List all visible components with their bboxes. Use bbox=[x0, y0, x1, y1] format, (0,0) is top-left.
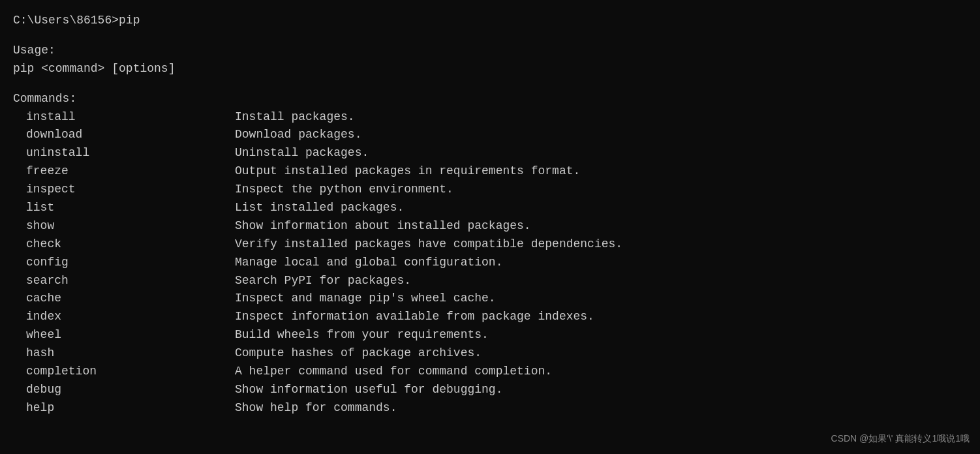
command-row: inspectInspect the python environment. bbox=[13, 181, 967, 199]
command-desc: Show help for commands. bbox=[235, 399, 397, 417]
command-name: debug bbox=[13, 381, 235, 399]
command-name: wheel bbox=[13, 326, 235, 344]
command-row: helpShow help for commands. bbox=[13, 399, 967, 417]
command-desc: A helper command used for command comple… bbox=[235, 363, 552, 381]
command-desc: Build wheels from your requirements. bbox=[235, 326, 489, 344]
command-desc: Search PyPI for packages. bbox=[235, 272, 411, 290]
command-desc: Install packages. bbox=[235, 108, 355, 127]
command-row: showShow information about installed pac… bbox=[13, 217, 967, 235]
command-name: index bbox=[13, 308, 235, 326]
command-row: indexInspect information available from … bbox=[13, 308, 967, 326]
command-name: uninstall bbox=[13, 144, 235, 162]
command-row: uninstallUninstall packages. bbox=[13, 144, 967, 162]
command-row: cacheInspect and manage pip's wheel cach… bbox=[13, 290, 967, 308]
command-row: searchSearch PyPI for packages. bbox=[13, 272, 967, 290]
usage-label: Usage: bbox=[13, 42, 967, 60]
command-name: completion bbox=[13, 363, 235, 381]
command-row: wheelBuild wheels from your requirements… bbox=[13, 326, 967, 344]
commands-section: Commands: installInstall packages.downlo… bbox=[13, 90, 967, 417]
command-row: debugShow information useful for debuggi… bbox=[13, 381, 967, 399]
command-name: config bbox=[13, 254, 235, 272]
watermark: CSDN @如果'\' 真能转义1哦说1哦 bbox=[831, 432, 970, 446]
command-name: inspect bbox=[13, 181, 235, 199]
command-desc: Inspect information available from packa… bbox=[235, 308, 594, 326]
command-row: hashCompute hashes of package archives. bbox=[13, 344, 967, 363]
command-row: downloadDownload packages. bbox=[13, 126, 967, 144]
command-name: help bbox=[13, 399, 235, 417]
command-name: list bbox=[13, 199, 235, 217]
command-desc: Manage local and global configuration. bbox=[235, 254, 502, 272]
command-name: show bbox=[13, 217, 235, 235]
terminal-window: C:\Users\86156>pip Usage: pip <command> … bbox=[13, 12, 967, 417]
command-desc: Inspect the python environment. bbox=[235, 181, 453, 199]
command-name: download bbox=[13, 126, 235, 144]
command-desc: Show information about installed package… bbox=[235, 217, 531, 235]
command-desc: Verify installed packages have compatibl… bbox=[235, 235, 622, 254]
command-desc: List installed packages. bbox=[235, 199, 404, 217]
command-name: freeze bbox=[13, 162, 235, 181]
commands-label: Commands: bbox=[13, 90, 967, 108]
command-name: check bbox=[13, 235, 235, 254]
command-desc: Show information useful for debugging. bbox=[235, 381, 502, 399]
command-name: hash bbox=[13, 344, 235, 363]
commands-list: installInstall packages.downloadDownload… bbox=[13, 108, 967, 417]
command-desc: Output installed packages in requirement… bbox=[235, 162, 580, 181]
command-row: freezeOutput installed packages in requi… bbox=[13, 162, 967, 181]
command-desc: Inspect and manage pip's wheel cache. bbox=[235, 290, 496, 308]
command-row: checkVerify installed packages have comp… bbox=[13, 235, 967, 254]
command-desc: Download packages. bbox=[235, 126, 361, 144]
command-row: installInstall packages. bbox=[13, 108, 967, 127]
command-row: configManage local and global configurat… bbox=[13, 254, 967, 272]
prompt-line: C:\Users\86156>pip bbox=[13, 12, 967, 30]
command-desc: Compute hashes of package archives. bbox=[235, 344, 482, 363]
command-name: cache bbox=[13, 290, 235, 308]
command-name: install bbox=[13, 108, 235, 127]
usage-syntax: pip <command> [options] bbox=[13, 60, 967, 78]
usage-section: Usage: pip <command> [options] bbox=[13, 42, 967, 78]
command-row: listList installed packages. bbox=[13, 199, 967, 217]
command-desc: Uninstall packages. bbox=[235, 144, 369, 162]
command-row: completionA helper command used for comm… bbox=[13, 363, 967, 381]
command-name: search bbox=[13, 272, 235, 290]
